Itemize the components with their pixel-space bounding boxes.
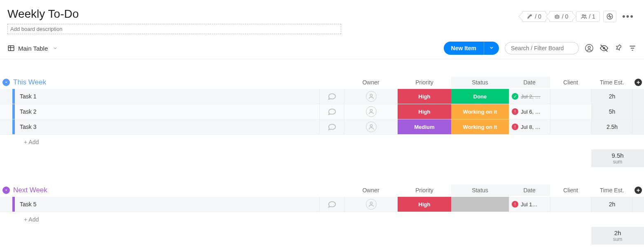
status-cell[interactable]: [451, 197, 509, 212]
time-est-cell[interactable]: 5h: [591, 104, 632, 119]
status-cell[interactable]: Working on it: [451, 119, 509, 134]
priority-cell[interactable]: High: [398, 197, 451, 212]
date-text: Jul 8, …: [521, 124, 541, 130]
group-collapse[interactable]: [2, 79, 10, 86]
avatar-icon: [366, 199, 377, 210]
chevron-down-icon: [53, 46, 58, 51]
owner-cell[interactable]: [344, 104, 398, 119]
item-name[interactable]: Task 1: [15, 89, 319, 104]
column-header[interactable]: Date: [509, 184, 550, 196]
board-description-input[interactable]: [7, 24, 341, 34]
column-header[interactable]: Client: [550, 77, 591, 88]
chat-icon[interactable]: [319, 119, 344, 134]
item-name[interactable]: Task 5: [15, 197, 319, 212]
views-pill[interactable]: / 0: [522, 11, 546, 22]
chat-icon[interactable]: [319, 89, 344, 104]
add-item-label[interactable]: + Add: [15, 216, 644, 223]
svg-rect-6: [8, 46, 14, 51]
client-cell[interactable]: [550, 89, 591, 104]
svg-point-10: [370, 94, 372, 96]
item-name[interactable]: Task 2: [15, 104, 319, 119]
activity-icon: [606, 13, 614, 20]
column-header[interactable]: Priority: [398, 184, 451, 196]
avatar-icon: [366, 91, 377, 102]
chat-icon[interactable]: [319, 197, 344, 212]
column-header[interactable]: Priority: [398, 77, 451, 88]
column-header[interactable]: Status: [451, 184, 509, 196]
client-cell[interactable]: [550, 104, 591, 119]
svg-point-7: [585, 44, 593, 52]
members-pill[interactable]: / 1: [576, 11, 600, 22]
filter-icon[interactable]: [628, 44, 637, 52]
avatar-icon: [366, 106, 377, 117]
column-header[interactable]: Time Est.: [591, 184, 632, 196]
sum-cell: 9.5hsum: [591, 149, 644, 167]
chat-icon[interactable]: [319, 104, 344, 119]
column-header[interactable]: Time Est.: [591, 77, 632, 88]
search-input[interactable]: [505, 42, 579, 54]
time-est-cell[interactable]: 2h: [591, 197, 632, 212]
svg-point-13: [370, 202, 372, 204]
add-item-row[interactable]: + Add: [0, 212, 644, 227]
pin-icon[interactable]: [614, 44, 623, 52]
views-count: / 0: [535, 13, 541, 20]
date-cell[interactable]: ✓Jul 2, …: [509, 89, 550, 104]
group-collapse[interactable]: [2, 187, 10, 194]
table-row[interactable]: Task 1HighDone✓Jul 2, …2h: [0, 89, 644, 104]
robot-icon: [554, 13, 560, 20]
svg-point-3: [582, 14, 584, 16]
new-item-dropdown[interactable]: [484, 42, 499, 55]
view-name: Main Table: [18, 45, 48, 52]
date-text: Jul 1…: [521, 201, 537, 208]
add-item-label[interactable]: + Add: [15, 139, 644, 145]
svg-point-8: [588, 46, 590, 49]
view-selector[interactable]: Main Table: [7, 44, 58, 52]
activity-pill[interactable]: [603, 11, 616, 22]
time-est-cell[interactable]: 2.5h: [591, 119, 632, 134]
people-icon: [581, 13, 587, 20]
column-header[interactable]: Client: [550, 184, 591, 196]
time-est-cell[interactable]: 2h: [591, 89, 632, 104]
column-header[interactable]: Date: [509, 77, 550, 88]
priority-cell[interactable]: High: [398, 89, 451, 104]
group-title[interactable]: This Week: [13, 78, 46, 86]
column-header[interactable]: Owner: [344, 184, 398, 196]
table-row[interactable]: Task 2HighWorking on it!Jul 6, …5h: [0, 104, 644, 119]
priority-cell[interactable]: Medium: [398, 119, 451, 134]
date-cell[interactable]: !Jul 6, …: [509, 104, 550, 119]
date-cell[interactable]: !Jul 1…: [509, 197, 550, 212]
svg-point-1: [556, 16, 556, 17]
members-count: / 1: [589, 13, 595, 20]
avatar-icon: [366, 121, 377, 132]
priority-cell[interactable]: High: [398, 104, 451, 119]
sum-cell: 2hsum: [591, 227, 644, 245]
column-header[interactable]: Status: [451, 77, 509, 88]
client-cell[interactable]: [550, 197, 591, 212]
add-column-button[interactable]: +: [632, 184, 644, 196]
hide-icon[interactable]: [600, 44, 609, 53]
add-column-button[interactable]: +: [632, 76, 644, 89]
new-item-button[interactable]: New Item: [444, 42, 499, 55]
person-filter-icon[interactable]: [585, 44, 594, 53]
client-cell[interactable]: [550, 119, 591, 134]
automations-pill[interactable]: / 0: [549, 11, 573, 22]
add-item-row[interactable]: + Add: [0, 135, 644, 149]
table-row[interactable]: Task 3MediumWorking on it!Jul 8, …2.5h: [0, 119, 644, 135]
owner-cell[interactable]: [344, 197, 398, 212]
date-cell[interactable]: !Jul 8, …: [509, 119, 550, 134]
svg-point-4: [585, 15, 586, 16]
column-header[interactable]: Owner: [344, 77, 398, 88]
table-row[interactable]: Task 5High!Jul 1…2h: [0, 197, 644, 212]
date-status-icon: !: [512, 201, 518, 208]
svg-point-11: [370, 110, 372, 112]
owner-cell[interactable]: [344, 89, 398, 104]
owner-cell[interactable]: [344, 119, 398, 134]
group-title[interactable]: Next Week: [13, 186, 47, 194]
status-cell[interactable]: Working on it: [451, 104, 509, 119]
more-menu[interactable]: •••: [620, 11, 637, 22]
svg-point-2: [557, 16, 558, 17]
item-name[interactable]: Task 3: [15, 119, 319, 134]
status-cell[interactable]: Done: [451, 89, 509, 104]
board-title[interactable]: Weekly To-Do: [7, 7, 341, 21]
new-item-label[interactable]: New Item: [444, 42, 484, 55]
